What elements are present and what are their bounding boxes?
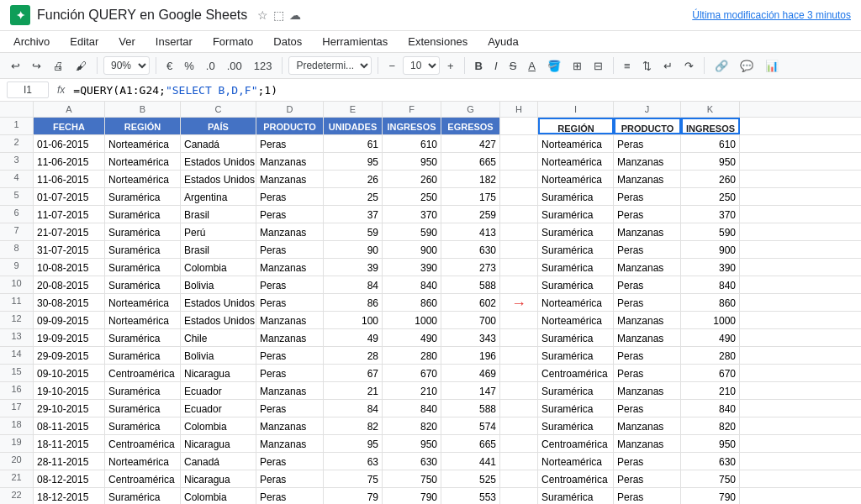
header-cell-6[interactable]: INGRESOS	[383, 118, 441, 134]
comment-button[interactable]: 💬	[736, 57, 758, 75]
cell[interactable]: 19-10-2015	[34, 382, 105, 399]
cell[interactable]: Peras	[614, 488, 681, 504]
cell[interactable]: 09-09-2015	[34, 312, 105, 328]
cell[interactable]: 86	[324, 294, 383, 311]
cell[interactable]: 01-07-2015	[34, 188, 105, 205]
cell[interactable]: Peras	[614, 276, 681, 293]
cell[interactable]: 750	[681, 470, 740, 487]
cell[interactable]: 250	[383, 188, 441, 205]
cell[interactable]: Centroamérica	[105, 470, 181, 487]
print-button[interactable]: 🖨	[49, 57, 68, 75]
cell[interactable]: 630	[681, 453, 740, 470]
cell[interactable]: Peras	[614, 470, 681, 487]
cell[interactable]: 84	[324, 400, 383, 417]
bold-button[interactable]: B	[471, 57, 487, 75]
sheet-body[interactable]: 1FECHAREGIÓNPAÍSPRODUCTOUNIDADESINGRESOS…	[0, 118, 861, 504]
cell[interactable]: 665	[441, 153, 500, 170]
cell[interactable]: 490	[681, 329, 740, 346]
rotate-button[interactable]: ↷	[680, 57, 698, 75]
cell[interactable]: 20-08-2015	[34, 276, 105, 293]
cell[interactable]: Suramérica	[105, 400, 181, 417]
cell[interactable]: 273	[441, 259, 500, 276]
cell[interactable]: 820	[383, 417, 441, 434]
cell[interactable]: 441	[441, 453, 500, 470]
paint-format-button[interactable]: 🖌	[71, 57, 91, 75]
cell[interactable]: Peras	[256, 470, 324, 487]
cell[interactable]: Manzanas	[256, 329, 324, 346]
cloud-icon[interactable]: ☁	[289, 8, 301, 22]
cell[interactable]: Manzanas	[256, 153, 324, 170]
cell[interactable]: Norteamérica	[538, 171, 614, 187]
cell[interactable]: 11-06-2015	[34, 153, 105, 170]
cell[interactable]: Centroamérica	[105, 365, 181, 381]
cell[interactable]: Norteamérica	[105, 312, 181, 328]
cell[interactable]: 28	[324, 347, 383, 364]
cell[interactable]: 01-06-2015	[34, 135, 105, 152]
cell[interactable]: 79	[324, 488, 383, 504]
cell[interactable]: 18-12-2015	[34, 488, 105, 504]
cell[interactable]: Brasil	[181, 241, 256, 258]
menu-item-extensiones[interactable]: Extensiones	[404, 33, 471, 50]
cell[interactable]: Suramérica	[538, 382, 614, 399]
cell[interactable]	[500, 312, 538, 328]
cell[interactable]: 259	[441, 206, 500, 223]
cell[interactable]: 1000	[383, 312, 441, 328]
cell[interactable]: Norteamérica	[538, 153, 614, 170]
cell[interactable]	[500, 259, 538, 276]
cell[interactable]: Suramérica	[538, 276, 614, 293]
cell[interactable]: →	[500, 294, 538, 311]
cell[interactable]: 28-11-2015	[34, 453, 105, 470]
cell[interactable]: 840	[383, 276, 441, 293]
cell[interactable]: Peras	[256, 400, 324, 417]
cell[interactable]: Estados Unidos	[181, 171, 256, 187]
cell[interactable]: 11-07-2015	[34, 206, 105, 223]
cell[interactable]: Manzanas	[614, 417, 681, 434]
cell[interactable]: 82	[324, 417, 383, 434]
cell[interactable]: Peras	[614, 347, 681, 364]
cell[interactable]: Suramérica	[538, 329, 614, 346]
cell[interactable]: 900	[681, 241, 740, 258]
cell[interactable]: 09-10-2015	[34, 365, 105, 381]
cell[interactable]: Peras	[256, 365, 324, 381]
menu-item-insertar[interactable]: Insertar	[152, 33, 196, 50]
menu-item-ver[interactable]: Ver	[115, 33, 139, 50]
cell[interactable]: Peras	[614, 135, 681, 152]
cell[interactable]: 390	[383, 259, 441, 276]
cell[interactable]: Suramérica	[105, 259, 181, 276]
folder-icon[interactable]: ⬚	[273, 8, 284, 22]
header-cell-7[interactable]: EGRESOS	[441, 118, 500, 134]
cell[interactable]: 370	[383, 206, 441, 223]
cell[interactable]: Ecuador	[181, 400, 256, 417]
cell[interactable]: Suramérica	[105, 188, 181, 205]
cell[interactable]: 260	[383, 171, 441, 187]
cell[interactable]: 860	[383, 294, 441, 311]
cell[interactable]: 31-07-2015	[34, 241, 105, 258]
cell[interactable]: 260	[681, 171, 740, 187]
cell[interactable]: 610	[383, 135, 441, 152]
cell[interactable]: 602	[441, 294, 500, 311]
cell[interactable]: Peras	[614, 400, 681, 417]
font-size-decrease[interactable]: −	[384, 57, 399, 75]
cell[interactable]: 950	[383, 153, 441, 170]
cell[interactable]	[500, 206, 538, 223]
menu-item-ayuda[interactable]: Ayuda	[484, 33, 522, 50]
cell[interactable]: 750	[383, 470, 441, 487]
header-cell-2[interactable]: REGIÓN	[105, 118, 181, 134]
cell[interactable]: Suramérica	[105, 276, 181, 293]
cell[interactable]: Estados Unidos	[181, 294, 256, 311]
cell[interactable]: Norteamérica	[538, 135, 614, 152]
cell[interactable]: Manzanas	[256, 417, 324, 434]
cell[interactable]: Manzanas	[256, 223, 324, 240]
cell[interactable]: 588	[441, 400, 500, 417]
cell[interactable]: Manzanas	[614, 153, 681, 170]
cell[interactable]: Peras	[256, 453, 324, 470]
cell[interactable]: Brasil	[181, 206, 256, 223]
cell[interactable]: Argentina	[181, 188, 256, 205]
cell[interactable]: Peras	[256, 135, 324, 152]
format-123-button[interactable]: 123	[250, 57, 277, 75]
cell[interactable]: 182	[441, 171, 500, 187]
cell[interactable]: Centroamérica	[538, 435, 614, 452]
cell[interactable]: 630	[383, 453, 441, 470]
merge-button[interactable]: ⊟	[589, 57, 607, 75]
inc-dec-button[interactable]: .00	[223, 57, 246, 75]
